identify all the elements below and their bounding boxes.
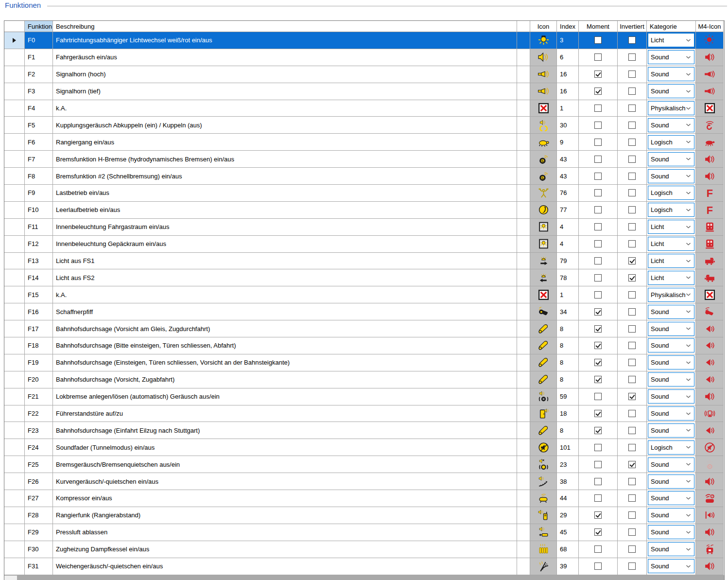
moment-checkbox[interactable]	[594, 105, 602, 112]
funktion-cell[interactable]: F24	[25, 439, 53, 456]
index-cell[interactable]: 16	[557, 66, 579, 83]
row-selector[interactable]	[4, 151, 25, 168]
horizontal-scrollbar[interactable]	[4, 575, 724, 580]
row-selector[interactable]	[4, 49, 25, 66]
table-row[interactable]: F23Bahnhofsdurchsage (Einfahrt Eilzug na…	[4, 422, 724, 439]
index-cell[interactable]: 4	[557, 236, 579, 253]
index-cell[interactable]: 78	[557, 269, 579, 286]
moment-checkbox[interactable]	[594, 257, 602, 264]
moment-checkbox[interactable]	[594, 511, 602, 519]
index-cell[interactable]: 101	[557, 439, 579, 456]
moment-checkbox[interactable]	[594, 88, 602, 95]
invertiert-checkbox[interactable]	[628, 36, 636, 44]
funktion-cell[interactable]: F28	[25, 507, 53, 524]
invertiert-checkbox[interactable]	[628, 257, 636, 264]
beschreibung-cell[interactable]: Lastbetrieb ein/aus	[53, 185, 517, 202]
beschreibung-cell[interactable]: Kupplungsgeräusch Abkuppeln (ein) / Kupp…	[53, 117, 517, 134]
beschreibung-cell[interactable]: Bahnhofsdurchsage (Einfahrt Eilzug nach …	[53, 422, 517, 439]
index-cell[interactable]: 38	[557, 473, 579, 490]
index-cell[interactable]: 1	[557, 100, 579, 117]
kategorie-dropdown[interactable]: Sound	[648, 525, 694, 539]
beschreibung-cell[interactable]: k.A.	[53, 286, 517, 303]
row-selector[interactable]	[4, 303, 25, 320]
index-cell[interactable]: 6	[557, 49, 579, 66]
index-cell[interactable]: 43	[557, 168, 579, 185]
funktion-cell[interactable]: F9	[25, 185, 53, 202]
row-selector[interactable]	[4, 253, 25, 270]
beschreibung-cell[interactable]: Bremsfunktion H-Bremse (hydrodynamisches…	[53, 151, 517, 168]
moment-checkbox[interactable]	[594, 156, 602, 163]
table-row[interactable]: F9Lastbetrieb ein/aus76LogischF	[4, 185, 724, 202]
kategorie-dropdown[interactable]: Sound	[648, 372, 694, 387]
funktion-cell[interactable]: F31	[25, 558, 53, 575]
invertiert-checkbox[interactable]	[628, 206, 636, 213]
index-cell[interactable]: 45	[557, 524, 579, 541]
beschreibung-cell[interactable]: Kurvengeräusch/-quietschen ein/aus	[53, 473, 517, 490]
kategorie-dropdown[interactable]: Sound	[648, 67, 694, 81]
kategorie-dropdown[interactable]: Sound	[648, 491, 694, 505]
index-cell[interactable]: 3	[557, 32, 579, 49]
moment-checkbox[interactable]	[594, 545, 602, 553]
funktion-cell[interactable]: F1	[25, 49, 53, 66]
row-selector[interactable]	[4, 388, 25, 405]
invertiert-checkbox[interactable]	[628, 223, 636, 230]
row-selector[interactable]	[4, 456, 25, 473]
table-row[interactable]: F22Führerstandstüre auf/zu18Sound	[4, 405, 724, 422]
funktion-cell[interactable]: F12	[25, 236, 53, 253]
invertiert-checkbox[interactable]	[628, 342, 636, 349]
kategorie-dropdown[interactable]: Sound	[648, 50, 694, 64]
invertiert-checkbox[interactable]	[628, 189, 636, 196]
table-row[interactable]: F3Signalhorn (tief)16Sound	[4, 83, 724, 100]
moment-checkbox[interactable]	[594, 494, 602, 502]
invertiert-checkbox[interactable]	[628, 139, 636, 146]
row-selector[interactable]	[4, 117, 25, 134]
index-cell[interactable]: 8	[557, 371, 579, 388]
row-selector[interactable]	[4, 558, 25, 575]
row-selector[interactable]	[4, 439, 25, 456]
kategorie-dropdown[interactable]: Physikalisch	[648, 288, 694, 302]
moment-checkbox[interactable]	[594, 36, 602, 44]
moment-checkbox[interactable]	[594, 342, 602, 349]
funktion-cell[interactable]: F20	[25, 371, 53, 388]
table-row[interactable]: F19Bahnhofsdurchsage (Einsteigen, Türen …	[4, 354, 724, 371]
table-row[interactable]: F4k.A.1Physikalisch	[4, 100, 724, 117]
index-cell[interactable]: 1	[557, 286, 579, 303]
header-moment[interactable]: Moment	[579, 21, 618, 32]
moment-checkbox[interactable]	[594, 173, 602, 180]
kategorie-dropdown[interactable]: Sound	[648, 338, 694, 352]
row-selector[interactable]	[4, 134, 25, 151]
beschreibung-cell[interactable]: Leerlaufbetrieb ein/aus	[53, 202, 517, 219]
table-row[interactable]: F15k.A.1Physikalisch	[4, 286, 724, 303]
kategorie-dropdown[interactable]: Sound	[648, 169, 694, 183]
header-beschreibung[interactable]: Beschreibung	[53, 21, 517, 32]
funktion-cell[interactable]: F8	[25, 168, 53, 185]
funktion-cell[interactable]: F11	[25, 219, 53, 236]
index-cell[interactable]: 30	[557, 117, 579, 134]
index-cell[interactable]: 43	[557, 151, 579, 168]
row-selector[interactable]	[4, 541, 25, 558]
table-row[interactable]: F2Signalhorn (hoch)16Sound	[4, 66, 724, 83]
table-row[interactable]: F21Lokbremse anlegen/lösen (automatisch)…	[4, 388, 724, 405]
kategorie-dropdown[interactable]: Sound	[648, 423, 694, 438]
index-cell[interactable]: 29	[557, 507, 579, 524]
kategorie-dropdown[interactable]: Sound	[648, 152, 694, 166]
funktion-cell[interactable]: F25	[25, 456, 53, 473]
row-selector[interactable]	[4, 100, 25, 117]
beschreibung-cell[interactable]: Innenbeleuchtung Gepäckraum ein/aus	[53, 236, 517, 253]
kategorie-dropdown[interactable]: Logisch	[648, 440, 694, 455]
funktion-cell[interactable]: F23	[25, 422, 53, 439]
table-row[interactable]: F24Soundfader (Tunnelmodus) ein/aus101Lo…	[4, 439, 724, 456]
header-icon[interactable]: Icon	[530, 21, 557, 32]
beschreibung-cell[interactable]: Licht aus FS2	[53, 269, 517, 286]
index-cell[interactable]: 39	[557, 558, 579, 575]
scrollbar-thumb[interactable]	[17, 576, 724, 580]
funktion-cell[interactable]: F5	[25, 117, 53, 134]
funktion-cell[interactable]: F29	[25, 524, 53, 541]
moment-checkbox[interactable]	[594, 274, 602, 281]
index-cell[interactable]: 59	[557, 388, 579, 405]
index-cell[interactable]: 77	[557, 202, 579, 219]
invertiert-checkbox[interactable]	[628, 376, 636, 383]
funktion-cell[interactable]: F17	[25, 320, 53, 337]
beschreibung-cell[interactable]: Licht aus FS1	[53, 253, 517, 270]
row-selector[interactable]	[4, 320, 25, 337]
